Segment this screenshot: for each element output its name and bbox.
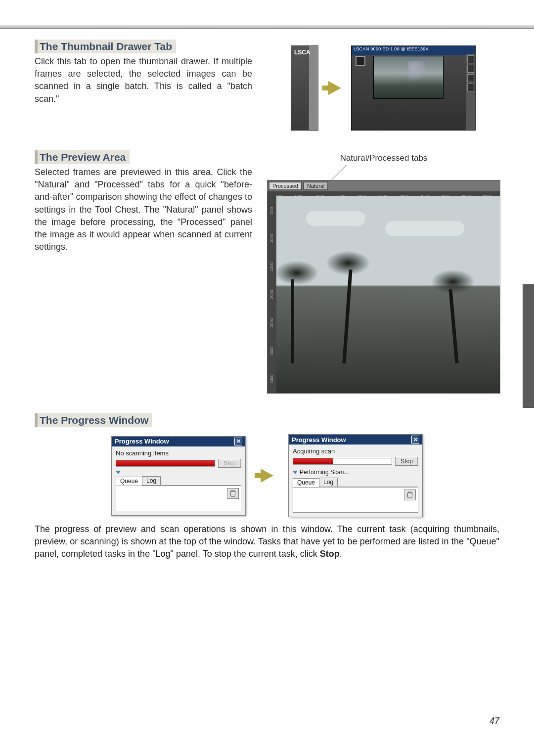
drawer-closed-label: LSCA: [294, 49, 311, 56]
drawer-open: LSCAN 9000 ED 1.00 @ IEEE1394: [351, 45, 476, 131]
status-text: Acquiring scan: [293, 447, 418, 455]
tab-queue[interactable]: Queue: [116, 477, 142, 486]
ruler-vertical: 500 1000 1500 2000 2500 3000 3500: [267, 196, 276, 393]
tab-queue[interactable]: Queue: [293, 478, 319, 487]
text-progress-window: The progress of preview and scan operati…: [35, 523, 499, 561]
status-text: No scanning items: [116, 449, 241, 457]
task-list: [116, 486, 241, 511]
page-top-rule: [0, 25, 534, 29]
arrow-icon: [328, 81, 341, 95]
progress-window-active: Progress Window ✕ Acquiring scan Stop Pe…: [288, 434, 423, 517]
side-thumb-tab: [523, 284, 534, 408]
drawer-closed: LSCA: [291, 45, 318, 131]
arrow-icon: [261, 469, 273, 483]
tick: 3000: [269, 347, 274, 356]
preview-image: [276, 196, 500, 393]
drawer-open-title: LSCAN 9000 ED 1.00 @ IEEE1394: [352, 46, 475, 55]
chevron-down-icon: [293, 471, 298, 474]
progress-bar: [293, 458, 392, 465]
progress-title: Progress Window: [115, 438, 169, 445]
text-preview-area: Selected frames are previewed in this ar…: [35, 166, 252, 253]
caption-natural-processed-tabs: Natural/Processed tabs: [267, 153, 500, 163]
figure-preview: Natural/Processed tabs Processed Natural…: [267, 153, 500, 394]
heading-progress-window: The Progress Window: [35, 413, 152, 427]
tab-log[interactable]: Log: [142, 476, 161, 485]
queue-log-tabs: Queue Log: [116, 476, 241, 486]
delete-button[interactable]: [404, 489, 416, 500]
heading-preview-area: The Preview Area: [35, 150, 130, 164]
tick: 1500: [269, 262, 274, 271]
tick: 1000: [269, 234, 274, 243]
disclosure-toggle[interactable]: [116, 471, 241, 474]
thumbnail-image: [373, 56, 444, 99]
tick: 500: [269, 207, 274, 214]
close-icon[interactable]: ✕: [411, 436, 419, 444]
frame-select-box: [356, 56, 365, 66]
drawer-sidebar: [466, 54, 475, 130]
trash-icon: [407, 491, 413, 498]
tab-natural[interactable]: Natural: [303, 181, 328, 190]
delete-button[interactable]: [227, 488, 239, 499]
tick: 3500: [269, 375, 274, 384]
pointer-line: [331, 165, 406, 180]
tab-log[interactable]: Log: [319, 478, 338, 487]
disclosure-label: Performing Scan...: [300, 469, 349, 476]
task-list: [293, 487, 418, 513]
text-segment: The progress of preview and scan operati…: [35, 524, 499, 559]
progress-bar: [116, 460, 215, 467]
chevron-down-icon: [116, 471, 121, 474]
close-icon[interactable]: ✕: [234, 438, 242, 445]
trash-icon: [230, 490, 236, 497]
progress-title: Progress Window: [292, 436, 346, 444]
preview-window: Processed Natural 500 1000 1500 2000 250…: [267, 180, 500, 394]
text-segment: .: [340, 549, 342, 559]
text-thumbnail-drawer: Click this tab to open the thumbnail dra…: [35, 55, 252, 105]
text-bold-stop: Stop: [320, 549, 340, 559]
progress-window-idle: Progress Window ✕ No scanning items Stop…: [111, 436, 246, 516]
figure-drawer: LSCA LSCAN 9000 ED 1.00 @ IEEE1394: [267, 45, 499, 131]
tick: 2000: [269, 290, 274, 299]
stop-button[interactable]: Stop: [218, 459, 241, 468]
heading-thumbnail-drawer: The Thumbnail Drawer Tab: [35, 40, 176, 53]
stop-button[interactable]: Stop: [395, 457, 418, 466]
queue-log-tabs: Queue Log: [293, 478, 418, 487]
tick: 2500: [269, 318, 274, 327]
disclosure-toggle[interactable]: Performing Scan...: [293, 469, 418, 476]
page-number: 47: [490, 716, 499, 726]
figure-progress-windows: Progress Window ✕ No scanning items Stop…: [35, 434, 499, 517]
tab-processed[interactable]: Processed: [268, 181, 302, 190]
